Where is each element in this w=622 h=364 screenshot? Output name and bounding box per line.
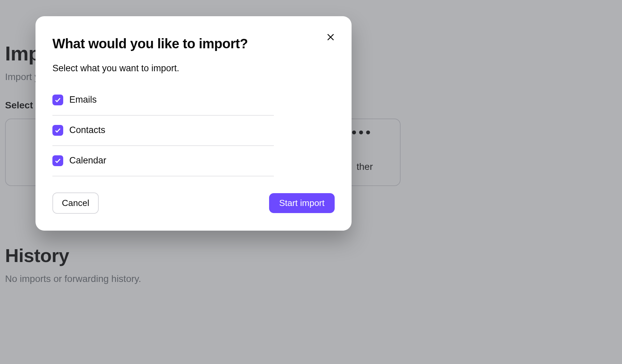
- start-import-button[interactable]: Start import: [269, 193, 335, 213]
- check-icon: [54, 157, 61, 164]
- cancel-button[interactable]: Cancel: [52, 192, 99, 214]
- import-selection-modal: What would you like to import? Select wh…: [35, 16, 352, 231]
- checkbox-calendar[interactable]: [52, 155, 63, 166]
- close-button[interactable]: [323, 30, 338, 45]
- option-emails[interactable]: Emails: [52, 88, 274, 115]
- modal-description: Select what you want to import.: [52, 62, 335, 74]
- checkbox-emails[interactable]: [52, 95, 63, 105]
- check-icon: [54, 97, 61, 103]
- option-contacts[interactable]: Contacts: [52, 115, 274, 146]
- option-calendar[interactable]: Calendar: [52, 146, 274, 176]
- option-label: Emails: [69, 94, 97, 106]
- checkbox-contacts[interactable]: [52, 125, 63, 136]
- option-label: Contacts: [69, 124, 105, 136]
- option-label: Calendar: [69, 155, 106, 166]
- modal-title: What would you like to import?: [52, 35, 335, 52]
- import-options-list: Emails Contacts Calendar: [52, 88, 274, 176]
- check-icon: [54, 127, 61, 134]
- modal-actions: Cancel Start import: [52, 192, 335, 214]
- close-icon: [326, 33, 335, 42]
